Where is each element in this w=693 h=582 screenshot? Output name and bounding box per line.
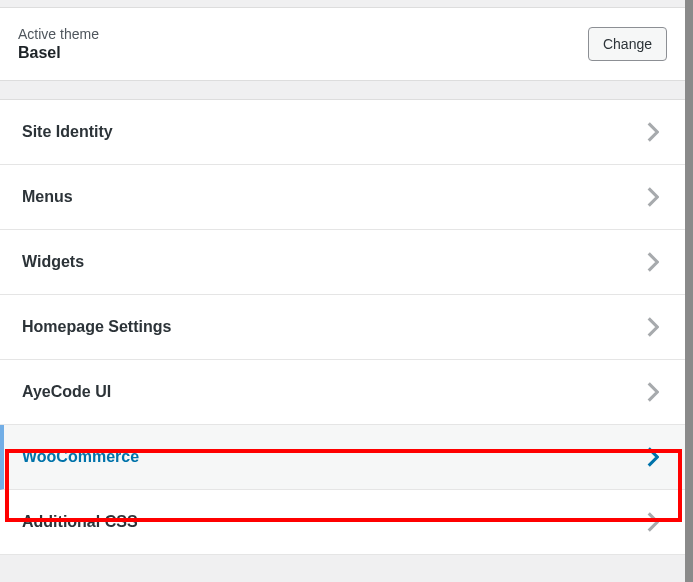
chevron-right-icon <box>643 447 663 467</box>
menu-item-label: AyeCode UI <box>22 383 111 401</box>
active-theme-label: Active theme <box>18 26 99 42</box>
menu-item-label: Widgets <box>22 253 84 271</box>
chevron-right-icon <box>643 187 663 207</box>
menu-item-label: Homepage Settings <box>22 318 171 336</box>
change-theme-button[interactable]: Change <box>588 27 667 61</box>
menu-item-label: Menus <box>22 188 73 206</box>
chevron-right-icon <box>643 252 663 272</box>
top-bar <box>0 0 685 8</box>
menu-item-label: Additional CSS <box>22 513 138 531</box>
active-theme-name: Basel <box>18 44 99 62</box>
customizer-menu-list: Site IdentityMenusWidgetsHomepage Settin… <box>0 100 685 555</box>
menu-item-widgets[interactable]: Widgets <box>0 230 685 295</box>
customizer-panel: Active theme Basel Change Site IdentityM… <box>0 0 685 555</box>
section-spacer <box>0 80 685 100</box>
menu-item-woocommerce[interactable]: WooCommerce <box>0 425 685 490</box>
menu-item-menus[interactable]: Menus <box>0 165 685 230</box>
chevron-right-icon <box>643 317 663 337</box>
menu-item-label: WooCommerce <box>22 448 139 466</box>
theme-header: Active theme Basel Change <box>0 8 685 80</box>
theme-info: Active theme Basel <box>18 26 99 62</box>
menu-item-ayecode-ui[interactable]: AyeCode UI <box>0 360 685 425</box>
scrollbar-edge[interactable] <box>685 0 693 582</box>
chevron-right-icon <box>643 122 663 142</box>
chevron-right-icon <box>643 512 663 532</box>
menu-item-homepage-settings[interactable]: Homepage Settings <box>0 295 685 360</box>
menu-item-label: Site Identity <box>22 123 113 141</box>
menu-item-additional-css[interactable]: Additional CSS <box>0 490 685 555</box>
menu-item-site-identity[interactable]: Site Identity <box>0 100 685 165</box>
chevron-right-icon <box>643 382 663 402</box>
